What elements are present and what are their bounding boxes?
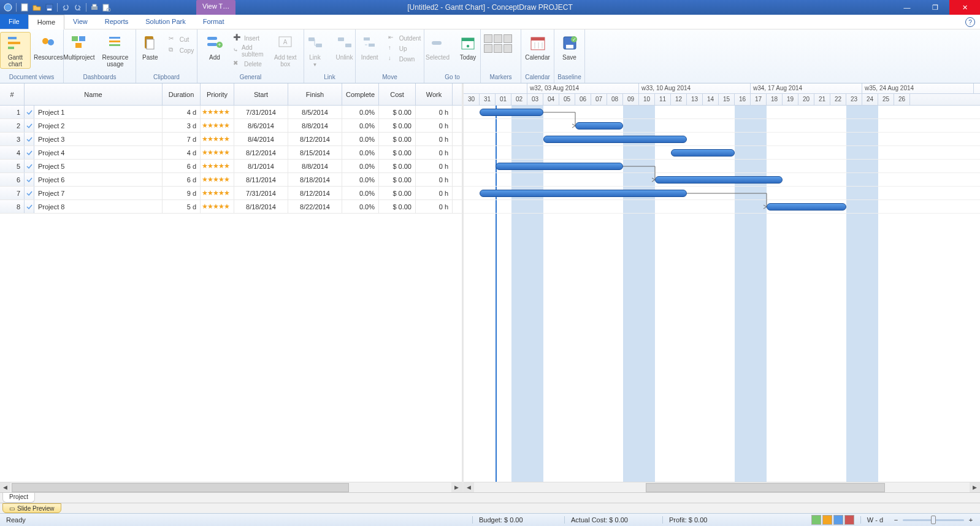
slide-preview-button[interactable]: ▭Slide Preview: [2, 503, 61, 513]
add-button[interactable]: + Add: [201, 32, 228, 62]
finish-cell[interactable]: 8/8/2014: [288, 160, 342, 172]
gantt-bar[interactable]: [767, 203, 846, 211]
work-cell[interactable]: 0 h: [416, 119, 453, 132]
work-cell[interactable]: 0 h: [416, 200, 453, 213]
gantt-bar[interactable]: [655, 176, 783, 184]
finish-cell[interactable]: 8/12/2014: [288, 187, 342, 199]
col-complete[interactable]: Complete: [342, 83, 379, 105]
complete-cell[interactable]: 0.0%: [342, 119, 379, 132]
view-icon-1[interactable]: [811, 515, 821, 525]
resources-button[interactable]: Resources: [33, 32, 63, 62]
finish-cell[interactable]: 8/8/2014: [288, 119, 342, 132]
col-finish[interactable]: Finish: [288, 83, 342, 105]
task-name[interactable]: Project 8: [34, 200, 163, 213]
finish-cell[interactable]: 8/15/2014: [288, 146, 342, 159]
zoom-out-button[interactable]: −: [892, 516, 900, 524]
today-button[interactable]: ● Today: [454, 32, 481, 62]
gantt-bar[interactable]: [496, 163, 623, 170]
table-row[interactable]: 4Project 44 d★★★★★8/12/20148/15/20140.0%…: [0, 146, 462, 160]
duration-cell[interactable]: 7 d: [163, 133, 201, 145]
new-icon[interactable]: [20, 3, 29, 12]
print-icon[interactable]: [90, 3, 99, 12]
table-row[interactable]: 1Project 14 d★★★★★7/31/20148/5/20140.0%$…: [0, 106, 462, 119]
work-cell[interactable]: 0 h: [416, 187, 453, 199]
paste-button[interactable]: Paste: [137, 32, 164, 62]
multiproject-button[interactable]: Multiproject: [65, 32, 94, 62]
open-icon[interactable]: [33, 3, 41, 12]
table-row[interactable]: 6Project 66 d★★★★★8/11/20148/18/20140.0%…: [0, 173, 462, 187]
marker-3[interactable]: [503, 34, 512, 43]
finish-cell[interactable]: 8/18/2014: [288, 173, 342, 186]
up-button[interactable]: ↑Up: [386, 44, 424, 53]
down-button[interactable]: ↓Down: [386, 54, 424, 64]
priority-cell[interactable]: ★★★★★: [201, 160, 234, 172]
copy-button[interactable]: ⧉Copy: [166, 45, 196, 55]
resource-usage-button[interactable]: Resource usage: [96, 32, 134, 69]
task-name[interactable]: Project 3: [34, 133, 163, 145]
cost-cell[interactable]: $ 0.00: [379, 173, 416, 186]
cost-cell[interactable]: $ 0.00: [379, 187, 416, 199]
task-name[interactable]: Project 1: [34, 106, 163, 118]
insert-button[interactable]: ➕Insert: [231, 33, 269, 43]
complete-cell[interactable]: 0.0%: [342, 160, 379, 172]
table-row[interactable]: 2Project 23 d★★★★★8/6/20148/8/20140.0%$ …: [0, 119, 462, 133]
cost-cell[interactable]: $ 0.00: [379, 106, 416, 118]
complete-cell[interactable]: 0.0%: [342, 200, 379, 213]
file-tab[interactable]: File: [0, 14, 28, 29]
project-tab[interactable]: Project: [2, 493, 35, 503]
table-row[interactable]: 3Project 37 d★★★★★8/4/20148/12/20140.0%$…: [0, 133, 462, 146]
task-name[interactable]: Project 6: [34, 173, 163, 186]
start-cell[interactable]: 8/18/2014: [234, 200, 288, 213]
calendar-button[interactable]: Calendar: [523, 32, 553, 62]
tab-view[interactable]: View: [64, 14, 96, 29]
gantt-hscroll[interactable]: ◀▶: [464, 482, 980, 492]
cost-cell[interactable]: $ 0.00: [379, 146, 416, 159]
col-priority[interactable]: Priority: [201, 83, 234, 105]
cut-button[interactable]: ✂Cut: [166, 34, 196, 44]
start-cell[interactable]: 8/1/2014: [234, 160, 288, 172]
redo-icon[interactable]: [74, 3, 82, 12]
view-icon-2[interactable]: [822, 515, 832, 525]
complete-cell[interactable]: 0.0%: [342, 146, 379, 159]
complete-cell[interactable]: 0.0%: [342, 106, 379, 118]
work-cell[interactable]: 0 h: [416, 160, 453, 172]
minimize-button[interactable]: —: [893, 0, 921, 15]
task-name[interactable]: Project 2: [34, 119, 163, 132]
duration-cell[interactable]: 3 d: [163, 119, 201, 132]
priority-cell[interactable]: ★★★★★: [201, 106, 234, 118]
tab-format[interactable]: Format: [194, 14, 233, 29]
table-row[interactable]: 8Project 85 d★★★★★8/18/20148/22/20140.0%…: [0, 200, 462, 214]
tab-reports[interactable]: Reports: [96, 14, 137, 29]
maximize-button[interactable]: ❐: [921, 0, 949, 15]
cost-cell[interactable]: $ 0.00: [379, 119, 416, 132]
col-duration[interactable]: Duration: [163, 83, 201, 105]
marker-5[interactable]: [494, 44, 502, 53]
priority-cell[interactable]: ★★★★★: [201, 133, 234, 145]
priority-cell[interactable]: ★★★★★: [201, 173, 234, 186]
duration-cell[interactable]: 5 d: [163, 200, 201, 213]
outdent-button[interactable]: ⇤Outdent: [386, 33, 424, 43]
save-icon[interactable]: [45, 3, 53, 12]
row-number[interactable]: 4: [0, 146, 25, 159]
gantt-bar[interactable]: [480, 109, 543, 116]
col-cost[interactable]: Cost: [379, 83, 416, 105]
row-number[interactable]: 3: [0, 133, 25, 145]
priority-cell[interactable]: ★★★★★: [201, 146, 234, 159]
grid-hscroll[interactable]: ◀▶: [0, 482, 462, 492]
finish-cell[interactable]: 8/22/2014: [288, 200, 342, 213]
gantt-bar[interactable]: [575, 122, 623, 130]
start-cell[interactable]: 8/4/2014: [234, 133, 288, 145]
gantt-bar[interactable]: [543, 136, 687, 143]
print-preview-icon[interactable]: [102, 3, 111, 12]
close-button[interactable]: ✕: [949, 0, 980, 15]
add-text-box-button[interactable]: A Add text box: [271, 32, 300, 69]
add-subitem-button[interactable]: ⤷Add subItem: [231, 44, 269, 58]
duration-cell[interactable]: 6 d: [163, 160, 201, 172]
work-cell[interactable]: 0 h: [416, 133, 453, 145]
tab-home[interactable]: Home: [28, 15, 64, 29]
cost-cell[interactable]: $ 0.00: [379, 133, 416, 145]
selected-button[interactable]: Selected: [423, 32, 452, 62]
duration-cell[interactable]: 9 d: [163, 187, 201, 199]
start-cell[interactable]: 7/31/2014: [234, 106, 288, 118]
work-cell[interactable]: 0 h: [416, 106, 453, 118]
